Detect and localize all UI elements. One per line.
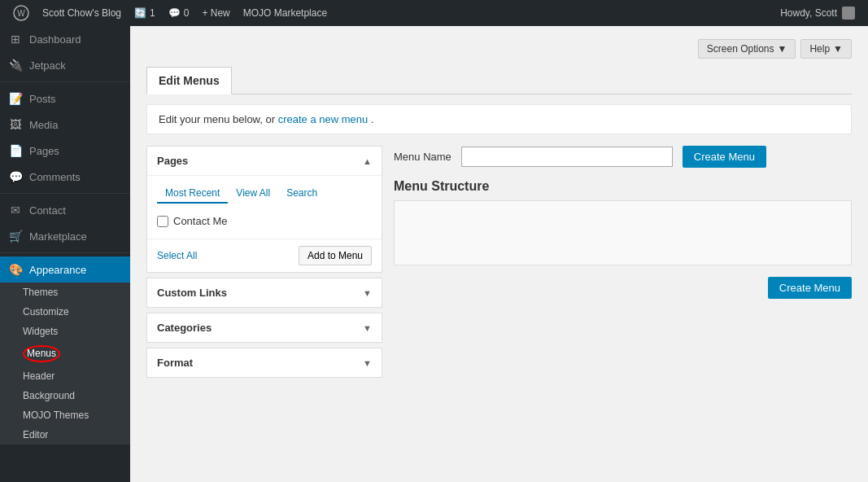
menus-highlight: Menus [23,345,60,362]
page-tab-bar: Edit Menus [146,67,852,94]
contact-icon: ✉ [8,204,23,217]
svg-text:W: W [17,9,25,18]
screen-options-label: Screen Options [707,43,774,55]
site-name-link[interactable]: Scott Chow's Blog [36,0,128,26]
updates-button[interactable]: 🔄 1 [128,0,162,26]
user-menu[interactable]: Howdy, Scott [774,7,861,20]
select-all-link[interactable]: Select All [157,250,197,261]
submenu-item-menus[interactable]: Menus [0,341,130,366]
create-menu-bottom-row: Create Menu [394,277,852,299]
categories-accordion: Categories ▼ [146,313,382,343]
mojo-marketplace-button[interactable]: MOJO Marketplace [237,0,334,26]
updates-count: 1 [150,7,155,19]
contact-me-checkbox[interactable] [157,216,168,227]
right-panel: Menu Name Create Menu Menu Structure Cre… [394,146,852,299]
sidebar-item-label: Posts [29,93,56,105]
sidebar-item-label: Media [29,119,58,131]
pages-section-title: Pages [157,155,188,167]
new-content-button[interactable]: + New [195,0,236,26]
sidebar-item-label: Pages [29,145,59,157]
menu-name-label: Menu Name [394,151,451,163]
sidebar-item-jetpack[interactable]: 🔌 Jetpack [0,52,130,78]
help-button[interactable]: Help ▼ [800,39,852,59]
submenu-item-header[interactable]: Header [0,366,130,386]
pages-inner-tabs: Most Recent View All Search [157,184,372,204]
tab-label: Edit Menus [159,74,220,87]
sidebar-item-dashboard[interactable]: ⊞ Dashboard [0,26,130,52]
help-chevron: ▼ [833,43,843,55]
edit-menus-tab[interactable]: Edit Menus [146,67,232,94]
wp-logo-button[interactable]: W [7,0,36,26]
howdy-text: Howdy, Scott [780,7,837,19]
sidebar-item-label: Marketplace [29,230,87,243]
categories-title: Categories [157,322,212,334]
categories-accordion-header[interactable]: Categories ▼ [147,313,382,342]
screen-options-button[interactable]: Screen Options ▼ [698,39,796,59]
sidebar-item-label: Jetpack [29,59,66,72]
pages-accordion: Pages ▲ Most Recent View All [146,146,382,273]
appearance-icon: 🎨 [8,263,23,276]
comments-sidebar-icon: 💬 [8,170,23,183]
sidebar-item-media[interactable]: 🖼 Media [0,112,130,138]
dashboard-icon: ⊞ [8,33,23,46]
user-avatar [842,7,855,20]
submenu-item-editor[interactable]: Editor [0,425,130,445]
menu-separator-3 [0,252,130,253]
sidebar-item-comments[interactable]: 💬 Comments [0,164,130,190]
menu-name-input[interactable] [461,147,673,167]
contact-me-label: Contact Me [173,215,227,227]
custom-links-accordion-header[interactable]: Custom Links ▼ [147,278,382,307]
pages-accordion-body: Most Recent View All Search [147,175,382,239]
create-menu-bottom-button[interactable]: Create Menu [768,277,852,299]
sidebar-item-label: Contact [29,204,66,217]
custom-links-title: Custom Links [157,287,227,299]
sidebar-item-appearance[interactable]: 🎨 Appearance [0,256,130,283]
custom-links-chevron-icon: ▼ [363,288,372,298]
media-icon: 🖼 [8,118,23,131]
comments-button[interactable]: 💬 0 [162,0,196,26]
menu-structure-heading: Menu Structure [394,179,852,194]
page-item-contact-me: Contact Me [157,212,372,230]
sidebar-item-label: Comments [29,171,81,183]
menu-separator-1 [0,81,130,82]
sidebar-item-label: Dashboard [29,33,81,46]
admin-bar: W Scott Chow's Blog 🔄 1 💬 0 + New MOJO M… [0,0,868,26]
new-label: + New [202,7,229,19]
sidebar-item-marketplace[interactable]: 🛒 Marketplace [0,223,130,249]
notice-bar: Edit your menu below, or create a new me… [146,104,852,134]
comments-count: 0 [184,7,190,19]
submenu-item-themes[interactable]: Themes [0,283,130,302]
menus-layout: Pages ▲ Most Recent View All [146,146,852,383]
pages-chevron-icon: ▲ [363,156,372,166]
tab-search[interactable]: Search [278,184,325,204]
tab-most-recent[interactable]: Most Recent [157,184,228,204]
format-chevron-icon: ▼ [363,358,372,368]
admin-sidebar: ⊞ Dashboard 🔌 Jetpack 📝 Posts 🖼 Media 📄 … [0,26,130,482]
submenu-item-background[interactable]: Background [0,386,130,405]
mojo-marketplace-label: MOJO Marketplace [243,7,327,19]
screen-options-chevron: ▼ [778,43,787,55]
submenu-item-customize[interactable]: Customize [0,302,130,322]
sidebar-item-posts[interactable]: 📝 Posts [0,85,130,112]
tab-view-all[interactable]: View All [228,184,278,204]
create-menu-top-button[interactable]: Create Menu [683,146,766,168]
add-to-menu-button[interactable]: Add to Menu [299,246,372,265]
site-name-text: Scott Chow's Blog [42,7,121,19]
posts-icon: 📝 [8,92,23,105]
submenu-item-mojo-themes[interactable]: MOJO Themes [0,405,130,425]
notice-period: . [371,113,374,125]
screen-options-bar: Screen Options ▼ Help ▼ [146,34,852,64]
updates-icon: 🔄 [134,7,146,19]
format-accordion-header[interactable]: Format ▼ [147,348,382,377]
jetpack-icon: 🔌 [8,59,23,72]
sidebar-item-contact[interactable]: ✉ Contact [0,197,130,223]
format-title: Format [157,357,193,369]
submenu-item-widgets[interactable]: Widgets [0,322,130,341]
sidebar-item-pages[interactable]: 📄 Pages [0,138,130,164]
format-accordion: Format ▼ [146,348,382,378]
appearance-submenu: Themes Customize Widgets Menus Header Ba… [0,283,130,445]
pages-accordion-header[interactable]: Pages ▲ [147,147,382,175]
create-new-menu-link[interactable]: create a new menu [278,113,371,125]
sidebar-item-label: Appearance [29,264,86,276]
notice-text: Edit your menu below, or [159,113,278,125]
